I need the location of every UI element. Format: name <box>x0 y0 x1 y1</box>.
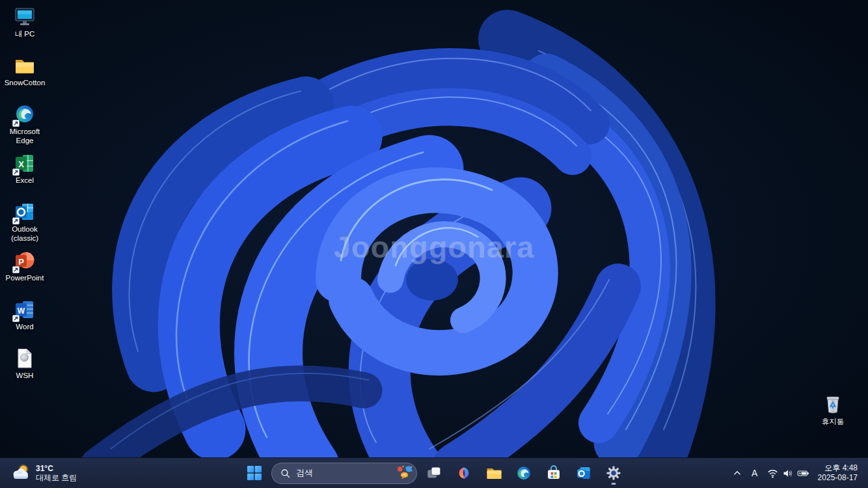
taskbar-button-copilot[interactable] <box>451 460 477 486</box>
taskbar-button-microsoft-store[interactable] <box>541 460 567 486</box>
shortcut-arrow-icon <box>12 266 20 273</box>
script-file-icon <box>14 347 36 370</box>
ime-mode-label: A <box>748 468 761 478</box>
desktop-icon-label: PowerPoint <box>6 274 44 283</box>
ime-indicator[interactable]: A <box>746 461 764 485</box>
monitor-icon <box>14 6 36 28</box>
desktop-icon-label: Word <box>16 323 33 332</box>
svg-text:!!!: !!! <box>403 472 407 476</box>
desktop-icon-label: WSH <box>16 372 34 381</box>
desktop-icon-wsh[interactable]: WSH <box>0 346 49 394</box>
desktop-icon-label: SnowCotton <box>5 79 46 88</box>
volume-icon <box>781 467 794 480</box>
desktop-icon-label: Excel <box>16 176 34 185</box>
desktop-icon-column: 내 PC SnowCotton <box>0 4 49 394</box>
desktop-icon-microsoft-edge[interactable]: Microsoft Edge <box>0 102 49 150</box>
desktop-icon-excel[interactable]: X Excel <box>0 150 49 199</box>
outlook-icon <box>575 465 592 481</box>
taskbar-center: 검색 !!! <box>241 458 627 488</box>
clock[interactable]: 오후 4:48 2025-08-17 <box>813 461 864 485</box>
battery-charging-icon <box>796 467 810 480</box>
folder-icon <box>14 55 36 77</box>
search-placeholder: 검색 <box>296 467 390 479</box>
weather-widget[interactable]: 31°C 대체로 흐림 <box>7 458 81 488</box>
search-icon <box>280 468 291 479</box>
taskbar-button-outlook[interactable] <box>571 460 597 486</box>
network-volume-battery-group[interactable] <box>764 461 813 485</box>
watermark-text: Joonggonara <box>334 229 535 265</box>
taskbar-button-file-explorer[interactable] <box>481 460 507 486</box>
copilot-icon <box>455 465 472 481</box>
windows-logo-icon <box>247 465 262 481</box>
desktop-icon-word[interactable]: W Word <box>0 297 49 346</box>
taskbar-button-task-view[interactable] <box>421 460 447 486</box>
sun-behind-cloud-icon <box>10 463 31 483</box>
taskbar: 31°C 대체로 흐림 <box>0 457 868 488</box>
taskbar-button-edge[interactable] <box>511 460 537 486</box>
edge-icon <box>14 103 36 126</box>
microsoft-store-icon <box>545 465 562 481</box>
system-tray: A <box>729 458 864 488</box>
shortcut-arrow-icon <box>12 120 20 127</box>
desktop-icon-label: Microsoft Edge <box>1 128 48 146</box>
desktop-icon-label: 내 PC <box>15 30 35 39</box>
svg-text:W: W <box>18 306 25 316</box>
chevron-up-icon <box>731 467 743 479</box>
search-highlights-icon: !!! <box>396 465 413 482</box>
powerpoint-icon: P <box>14 250 36 272</box>
word-icon: W <box>14 299 36 321</box>
running-indicator <box>612 483 616 485</box>
clock-time: 오후 4:48 <box>824 463 858 473</box>
file-explorer-icon <box>485 465 503 482</box>
desktop-icon-outlook-classic[interactable]: Outlook (classic) <box>0 199 49 248</box>
desktop-icon-my-pc[interactable]: 내 PC <box>0 4 49 53</box>
search-box[interactable]: 검색 !!! <box>271 463 417 484</box>
clock-date: 2025-08-17 <box>818 473 858 483</box>
excel-icon: X <box>14 152 36 174</box>
desktop-icon-powerpoint[interactable]: P PowerPoint <box>0 248 49 297</box>
desktop-icon-label: 휴지통 <box>822 418 845 427</box>
svg-text:X: X <box>18 159 24 169</box>
desktop-icon-snowcotton[interactable]: SnowCotton <box>0 53 49 102</box>
weather-temperature: 31°C <box>36 464 77 473</box>
recycle-bin-icon <box>822 394 844 416</box>
shortcut-arrow-icon <box>12 315 20 322</box>
edge-icon <box>515 465 532 481</box>
outlook-icon <box>14 201 36 223</box>
weather-condition: 대체로 흐림 <box>36 473 77 482</box>
svg-text:P: P <box>18 257 24 267</box>
settings-gear-icon <box>605 465 622 481</box>
desktop-icon-label: Outlook (classic) <box>1 225 48 243</box>
shortcut-arrow-icon <box>12 217 20 224</box>
wifi-icon <box>766 467 779 480</box>
shortcut-arrow-icon <box>12 169 20 176</box>
hidden-icons-button[interactable] <box>729 461 746 485</box>
task-view-icon <box>426 465 442 481</box>
start-button[interactable] <box>241 460 267 486</box>
taskbar-button-settings[interactable] <box>601 460 627 486</box>
desktop: Joonggonara 내 PC <box>0 0 868 488</box>
desktop-icon-recycle-bin[interactable]: 휴지통 <box>812 392 854 441</box>
